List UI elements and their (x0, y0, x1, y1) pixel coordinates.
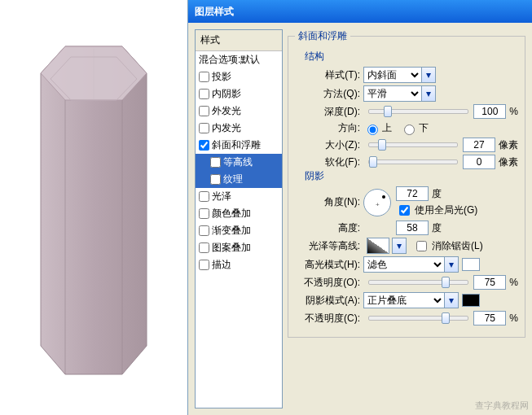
hexagon-prism-preview (20, 28, 167, 387)
style-row-0[interactable]: 投影 (196, 68, 282, 85)
preview-pane (0, 0, 187, 415)
depth-input[interactable] (473, 104, 506, 119)
style-checkbox[interactable] (199, 208, 209, 219)
style-row-6[interactable]: 纹理 (196, 171, 282, 188)
soften-slider[interactable] (368, 159, 458, 164)
depth-unit: % (509, 106, 518, 117)
shading-legend: 阴影 (305, 169, 518, 183)
shadow-opacity-slider[interactable] (368, 316, 468, 321)
style-label: 内发光 (212, 121, 241, 135)
blending-options-row[interactable]: 混合选项:默认 (196, 51, 282, 68)
depth-label: 深度(D): (303, 105, 360, 119)
highlight-mode-dropdown-button[interactable]: ▾ (444, 256, 459, 273)
size-input[interactable] (463, 138, 495, 152)
highlight-opacity-label: 不透明度(O): (303, 276, 360, 290)
style-row-1[interactable]: 内阴影 (196, 85, 282, 103)
structure-legend: 结构 (305, 50, 518, 63)
shadow-mode-dropdown-button[interactable]: ▾ (444, 292, 459, 308)
style-label: 等高线 (223, 155, 253, 169)
style-row-4[interactable]: 斜面和浮雕 (196, 137, 282, 154)
direction-down-radio[interactable]: 下 (400, 121, 429, 135)
style-checkbox[interactable] (199, 260, 209, 270)
soften-label: 软化(F): (303, 155, 360, 169)
style-checkbox[interactable] (210, 174, 221, 185)
style-dropdown-button[interactable]: ▾ (421, 67, 436, 83)
style-row-10[interactable]: 图案叠加 (196, 239, 282, 256)
style-label: 样式(T): (303, 68, 360, 82)
soften-input[interactable] (463, 155, 495, 169)
highlight-opacity-slider[interactable] (368, 280, 468, 285)
altitude-input[interactable] (396, 221, 429, 235)
shadow-color-swatch[interactable] (462, 294, 480, 307)
shadow-opacity-label: 不透明度(C): (303, 312, 360, 325)
styles-list-panel: 样式 混合选项:默认 投影内阴影外发光内发光斜面和浮雕等高线纹理光泽颜色叠加渐变… (195, 29, 283, 408)
style-checkbox[interactable] (199, 242, 209, 253)
style-checkbox[interactable] (199, 89, 209, 99)
style-row-2[interactable]: 外发光 (196, 103, 282, 120)
bevel-emboss-group: 斜面和浮雕 结构 样式(T): 内斜面 ▾ 方法(Q): 平滑 ▾ 深度(D (288, 29, 525, 338)
style-row-7[interactable]: 光泽 (196, 188, 282, 205)
altitude-label: 高度: (303, 221, 360, 235)
highlight-opacity-input[interactable] (473, 275, 506, 290)
size-unit: 像素 (499, 138, 518, 152)
style-row-11[interactable]: 描边 (196, 256, 282, 273)
panel-legend: 斜面和浮雕 (295, 29, 350, 43)
style-row-5[interactable]: 等高线 (196, 154, 282, 171)
styles-list: 混合选项:默认 投影内阴影外发光内发光斜面和浮雕等高线纹理光泽颜色叠加渐变叠加图… (196, 51, 282, 408)
global-light-checkbox[interactable]: 使用全局光(G) (396, 203, 477, 218)
style-row-3[interactable]: 内发光 (196, 120, 282, 137)
antialias-checkbox[interactable]: 消除锯齿(L) (413, 238, 483, 254)
style-checkbox[interactable] (199, 225, 209, 236)
gloss-contour-label: 光泽等高线: (303, 239, 360, 253)
blending-options-label: 混合选项:默认 (199, 53, 260, 67)
depth-slider[interactable] (368, 109, 468, 114)
method-label: 方法(Q): (303, 87, 360, 101)
size-label: 大小(Z): (303, 138, 360, 152)
highlight-color-swatch[interactable] (462, 258, 480, 271)
style-checkbox[interactable] (199, 123, 209, 133)
direction-up-radio[interactable]: 上 (363, 121, 392, 135)
style-label: 纹理 (223, 173, 243, 186)
angle-wheel[interactable]: + (363, 189, 391, 216)
shadow-opacity-unit: % (509, 312, 518, 324)
angle-unit: 度 (432, 187, 442, 201)
size-slider[interactable] (368, 142, 458, 147)
style-label: 外发光 (212, 104, 241, 118)
styles-header: 样式 (196, 30, 282, 51)
style-checkbox[interactable] (210, 157, 221, 168)
main-settings-panel: 斜面和浮雕 结构 样式(T): 内斜面 ▾ 方法(Q): 平滑 ▾ 深度(D (288, 29, 525, 408)
dialog-titlebar: 图层样式 (188, 0, 532, 23)
style-row-9[interactable]: 渐变叠加 (196, 222, 282, 239)
style-dropdown[interactable]: 内斜面 (363, 67, 422, 83)
gloss-contour-dropdown[interactable]: ▾ (392, 238, 407, 254)
style-label: 渐变叠加 (212, 224, 251, 238)
style-label: 颜色叠加 (212, 207, 251, 221)
soften-unit: 像素 (499, 155, 518, 169)
shadow-mode-dropdown[interactable]: 正片叠底 (363, 292, 445, 308)
direction-label: 方向: (303, 121, 360, 135)
highlight-mode-label: 高光模式(H): (303, 258, 360, 272)
style-checkbox[interactable] (199, 191, 209, 202)
angle-input[interactable] (396, 186, 429, 201)
style-checkbox[interactable] (199, 140, 209, 151)
style-label: 光泽 (212, 190, 231, 203)
layer-style-dialog: 图层样式 样式 混合选项:默认 投影内阴影外发光内发光斜面和浮雕等高线纹理光泽颜… (187, 0, 532, 415)
style-label: 斜面和浮雕 (212, 138, 261, 152)
highlight-mode-dropdown[interactable]: 滤色 (363, 256, 445, 273)
shadow-opacity-input[interactable] (473, 311, 506, 325)
shadow-mode-label: 阴影模式(A): (303, 294, 360, 308)
method-dropdown-button[interactable]: ▾ (421, 85, 436, 102)
style-row-8[interactable]: 颜色叠加 (196, 205, 282, 222)
style-checkbox[interactable] (199, 106, 209, 116)
gloss-contour-picker[interactable] (367, 238, 389, 254)
highlight-opacity-unit: % (509, 277, 518, 288)
method-dropdown[interactable]: 平滑 (363, 85, 422, 102)
style-label: 内阴影 (212, 87, 241, 101)
dialog-title: 图层样式 (195, 5, 234, 19)
style-label: 图案叠加 (212, 241, 251, 255)
angle-label: 角度(N): (303, 195, 360, 209)
style-label: 描边 (212, 258, 231, 272)
style-label: 投影 (212, 70, 231, 84)
altitude-unit: 度 (432, 221, 442, 235)
style-checkbox[interactable] (199, 72, 209, 82)
